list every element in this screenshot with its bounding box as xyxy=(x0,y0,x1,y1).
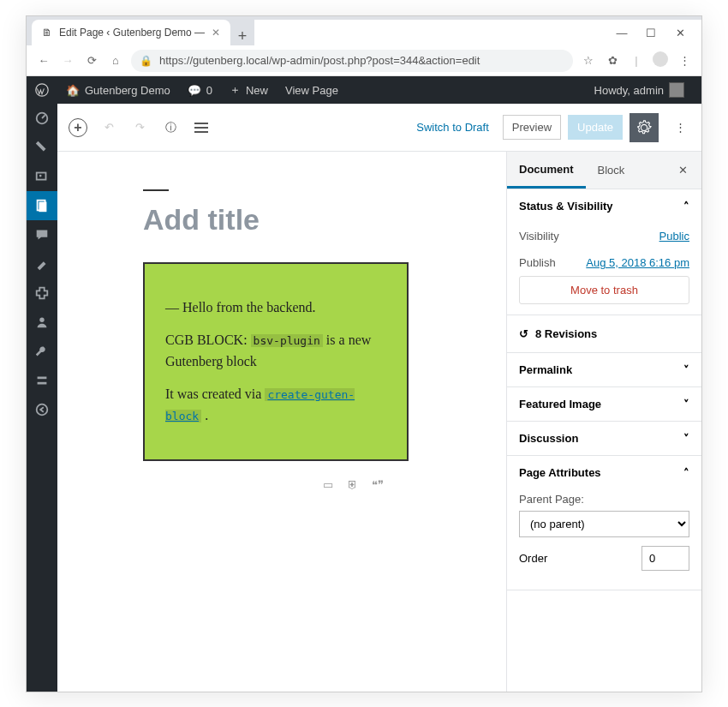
home-icon[interactable]: ⌂ xyxy=(107,54,124,67)
comment-icon: 💬 xyxy=(188,84,201,97)
svg-rect-10 xyxy=(194,123,208,124)
chevron-up-icon: ˄ xyxy=(683,466,689,479)
new-link[interactable]: ＋ New xyxy=(221,82,277,98)
outline-button[interactable] xyxy=(188,114,215,141)
sidenav-appearance[interactable] xyxy=(27,249,57,279)
panel-featured-image[interactable]: Featured Image˅ xyxy=(507,387,701,421)
sidenav-settings[interactable] xyxy=(27,366,57,395)
panel-status-header[interactable]: Status & Visibility ˄ xyxy=(507,189,701,223)
quote-icon[interactable]: ❝❞ xyxy=(372,478,384,491)
sidenav-pages[interactable] xyxy=(27,191,57,220)
tab-title: Edit Page ‹ Gutenberg Demo — xyxy=(59,27,205,39)
address-bar: ← → ⟳ ⌂ 🔒 https://gutenberg.local/wp-adm… xyxy=(27,45,701,76)
inspector-panel: Document Block ✕ Status & Visibility ˄ V… xyxy=(506,152,701,692)
browser-tab[interactable]: 🗎 Edit Page ‹ Gutenberg Demo — ✕ xyxy=(32,20,230,45)
nav-back-icon[interactable]: ← xyxy=(35,54,52,67)
undo-button[interactable]: ↶ xyxy=(95,114,122,141)
move-to-trash-button[interactable]: Move to trash xyxy=(519,276,689,304)
admin-sidenav xyxy=(27,104,57,692)
block-toolbox: ▭ ⛨ ❝❞ xyxy=(323,478,472,491)
window-minimize[interactable]: — xyxy=(607,27,636,39)
chevron-down-icon: ˅ xyxy=(683,398,689,410)
sidenav-tools[interactable] xyxy=(27,337,57,366)
preview-button[interactable]: Preview xyxy=(503,115,561,140)
close-inspector-button[interactable]: ✕ xyxy=(669,164,696,177)
howdy-link[interactable]: Howdy, admin xyxy=(586,82,693,98)
howdy-text: Howdy, admin xyxy=(594,84,664,97)
svg-rect-8 xyxy=(38,382,47,385)
parent-page-select[interactable]: (no parent) xyxy=(519,511,689,537)
shield-icon[interactable]: ⛨ xyxy=(347,478,358,491)
history-icon: ↺ xyxy=(519,327,528,340)
more-menu-button[interactable]: ⋮ xyxy=(665,113,695,142)
new-tab-button[interactable]: + xyxy=(230,27,254,45)
window-close[interactable]: ✕ xyxy=(665,27,695,39)
block-line-2: CGB BLOCK: bsv-plugin is a new Gutenberg… xyxy=(165,329,386,373)
sidenav-posts[interactable] xyxy=(27,133,57,162)
view-page-link[interactable]: View Page xyxy=(277,84,347,97)
avatar xyxy=(669,82,684,98)
nav-forward-icon[interactable]: → xyxy=(59,54,76,67)
block-code-1: bsv-plugin xyxy=(251,334,323,347)
sidenav-plugins[interactable] xyxy=(27,279,57,308)
publish-label: Publish xyxy=(519,256,556,269)
reload-icon[interactable]: ⟳ xyxy=(83,54,100,67)
profile-icon[interactable] xyxy=(652,51,669,69)
close-tab-icon[interactable]: ✕ xyxy=(212,27,220,39)
visibility-value[interactable]: Public xyxy=(659,230,689,243)
editor-canvas[interactable]: Add title — Hello from the backend. CGB … xyxy=(57,152,506,692)
visibility-label: Visibility xyxy=(519,230,559,243)
panel-page-attributes-header[interactable]: Page Attributes ˄ xyxy=(507,456,701,489)
star-icon[interactable]: ☆ xyxy=(580,54,597,67)
chevron-down-icon: ˅ xyxy=(683,363,689,376)
add-block-button[interactable]: + xyxy=(64,114,92,141)
info-button[interactable]: ⓘ xyxy=(157,114,184,141)
redo-button[interactable]: ↷ xyxy=(126,114,153,141)
svg-rect-11 xyxy=(194,127,208,129)
sidenav-comments[interactable] xyxy=(27,220,57,249)
tab-strip: 🗎 Edit Page ‹ Gutenberg Demo — ✕ + — ☐ ✕ xyxy=(27,16,701,45)
svg-rect-7 xyxy=(38,377,47,380)
panel-status: Status & Visibility ˄ Visibility Public … xyxy=(507,189,701,315)
kebab-icon[interactable]: ⋮ xyxy=(676,54,693,67)
panel-discussion[interactable]: Discussion˅ xyxy=(507,422,701,455)
wp-logo-icon[interactable] xyxy=(27,83,57,97)
sidenav-dashboard[interactable] xyxy=(27,104,57,133)
extensions-icon[interactable]: ✿ xyxy=(604,54,621,67)
switch-to-draft-button[interactable]: Switch to Draft xyxy=(409,116,496,139)
order-label: Order xyxy=(519,552,547,565)
tab-block[interactable]: Block xyxy=(586,152,637,189)
new-label: New xyxy=(246,84,268,97)
comments-count: 0 xyxy=(206,84,212,97)
publish-date[interactable]: Aug 5, 2018 6:16 pm xyxy=(586,256,689,269)
svg-point-9 xyxy=(37,404,48,416)
svg-point-3 xyxy=(39,175,42,177)
site-link[interactable]: 🏠 Gutenberg Demo xyxy=(57,84,179,97)
title-placeholder[interactable]: Add title xyxy=(143,189,472,237)
block-line-1: — Hello from the backend. xyxy=(165,297,386,319)
chevron-up-icon: ˄ xyxy=(683,200,689,213)
gutenberg-block[interactable]: — Hello from the backend. CGB BLOCK: bsv… xyxy=(143,262,409,461)
shortcode-icon[interactable]: ▭ xyxy=(323,478,333,491)
wp-admin-bar: 🏠 Gutenberg Demo 💬 0 ＋ New View Page How… xyxy=(27,76,701,104)
order-input[interactable] xyxy=(641,546,689,571)
browser-window: 🗎 Edit Page ‹ Gutenberg Demo — ✕ + — ☐ ✕… xyxy=(26,15,702,692)
svg-rect-5 xyxy=(39,202,46,213)
update-button[interactable]: Update xyxy=(568,115,623,140)
revisions-link[interactable]: ↺ 8 Revisions xyxy=(507,315,701,352)
settings-gear-button[interactable] xyxy=(630,113,659,142)
tab-document[interactable]: Document xyxy=(507,152,586,189)
panel-page-attributes: Page Attributes ˄ Parent Page: (no paren… xyxy=(507,456,701,590)
url-text: https://gutenberg.local/wp-admin/post.ph… xyxy=(159,54,480,67)
home-icon: 🏠 xyxy=(66,84,80,97)
url-box[interactable]: 🔒 https://gutenberg.local/wp-admin/post.… xyxy=(131,50,573,72)
site-title: Gutenberg Demo xyxy=(85,84,170,97)
comments-link[interactable]: 💬 0 xyxy=(179,84,221,97)
sidenav-users[interactable] xyxy=(27,308,57,337)
sidenav-media[interactable] xyxy=(27,162,57,191)
sidenav-collapse[interactable] xyxy=(27,395,57,424)
svg-point-6 xyxy=(39,318,44,322)
view-label: View Page xyxy=(285,84,338,97)
panel-permalink[interactable]: Permalink˅ xyxy=(507,353,701,386)
window-maximize[interactable]: ☐ xyxy=(636,27,665,39)
